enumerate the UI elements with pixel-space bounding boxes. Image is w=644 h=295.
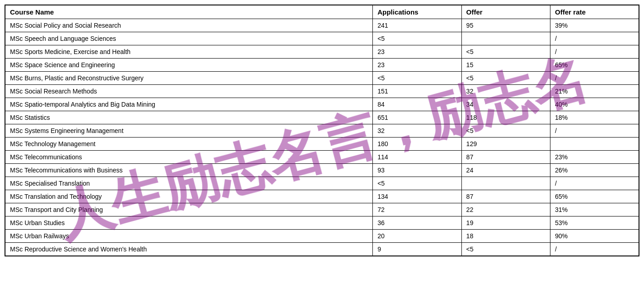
cell-applications: 32 [373, 124, 461, 138]
cell-applications: 114 [373, 151, 461, 164]
cell-course: MSc Speech and Language Sciences [5, 32, 373, 45]
cell-applications: 23 [373, 45, 461, 59]
cell-offer-rate: 23% [550, 151, 639, 164]
cell-offer: 129 [461, 138, 550, 151]
cell-offer: 15 [461, 59, 550, 72]
cell-offer-rate: 39% [550, 19, 639, 32]
cell-offer: 32 [461, 85, 550, 98]
table-row: MSc Statistics65111818% [5, 111, 639, 124]
table-body: MSc Social Policy and Social Research241… [5, 19, 639, 256]
header-course: Course Name [5, 5, 373, 19]
cell-offer-rate: 18% [550, 111, 639, 124]
cell-offer: 22 [461, 203, 550, 216]
cell-offer-rate: 90% [550, 230, 639, 243]
cell-offer: 18 [461, 230, 550, 243]
cell-course: MSc Spatio-temporal Analytics and Big Da… [5, 98, 373, 111]
cell-course: MSc Systems Engineering Management [5, 124, 373, 138]
cell-applications: 84 [373, 98, 461, 111]
cell-offer-rate: / [550, 124, 639, 138]
cell-offer [461, 32, 550, 45]
cell-offer: 95 [461, 19, 550, 32]
cell-offer-rate: / [550, 243, 639, 256]
cell-course: MSc Technology Management [5, 138, 373, 151]
cell-offer: 87 [461, 190, 550, 203]
cell-course: MSc Burns, Plastic and Reconstructive Su… [5, 72, 373, 85]
cell-applications: <5 [373, 177, 461, 190]
cell-applications: 93 [373, 164, 461, 177]
table-container: Course Name Applications Offer Offer rat… [0, 0, 644, 261]
cell-applications: 151 [373, 85, 461, 98]
cell-course: MSc Urban Railways [5, 230, 373, 243]
cell-course: MSc Sports Medicine, Exercise and Health [5, 45, 373, 59]
cell-offer-rate: / [550, 177, 639, 190]
cell-applications: 72 [373, 203, 461, 216]
cell-offer: <5 [461, 243, 550, 256]
cell-offer-rate: 26% [550, 164, 639, 177]
table-row: MSc Telecommunications1148723% [5, 151, 639, 164]
cell-course: MSc Space Science and Engineering [5, 59, 373, 72]
table-row: MSc Systems Engineering Management32<5/ [5, 124, 639, 138]
cell-course: MSc Statistics [5, 111, 373, 124]
cell-offer [461, 177, 550, 190]
cell-course: MSc Reproductive Science and Women's Hea… [5, 243, 373, 256]
table-row: MSc Transport and City Planning722231% [5, 203, 639, 216]
data-table: Course Name Applications Offer Offer rat… [5, 5, 639, 256]
cell-applications: 9 [373, 243, 461, 256]
table-row: MSc Spatio-temporal Analytics and Big Da… [5, 98, 639, 111]
cell-offer-rate: 65% [550, 59, 639, 72]
table-row: MSc Technology Management180129 [5, 138, 639, 151]
cell-offer-rate: / [550, 32, 639, 45]
cell-offer-rate: 21% [550, 85, 639, 98]
cell-offer: 87 [461, 151, 550, 164]
cell-course: MSc Urban Studies [5, 216, 373, 230]
cell-offer: 118 [461, 111, 550, 124]
cell-offer-rate: / [550, 72, 639, 85]
header-applications: Applications [373, 5, 461, 19]
table-row: MSc Urban Railways201890% [5, 230, 639, 243]
cell-applications: 20 [373, 230, 461, 243]
cell-offer: 24 [461, 164, 550, 177]
cell-course: MSc Telecommunications with Business [5, 164, 373, 177]
cell-offer-rate [550, 138, 639, 151]
table-row: MSc Social Policy and Social Research241… [5, 19, 639, 32]
cell-offer: <5 [461, 45, 550, 59]
cell-course: MSc Social Policy and Social Research [5, 19, 373, 32]
cell-offer-rate: 40% [550, 98, 639, 111]
cell-course: MSc Specialised Translation [5, 177, 373, 190]
table-header-row: Course Name Applications Offer Offer rat… [5, 5, 639, 19]
table-row: MSc Sports Medicine, Exercise and Health… [5, 45, 639, 59]
cell-applications: 180 [373, 138, 461, 151]
cell-applications: 36 [373, 216, 461, 230]
table-row: MSc Reproductive Science and Women's Hea… [5, 243, 639, 256]
cell-offer-rate: / [550, 45, 639, 59]
table-row: MSc Translation and Technology1348765% [5, 190, 639, 203]
cell-offer: <5 [461, 72, 550, 85]
cell-course: MSc Social Research Methods [5, 85, 373, 98]
table-row: MSc Specialised Translation<5/ [5, 177, 639, 190]
cell-offer: <5 [461, 124, 550, 138]
table-row: MSc Speech and Language Sciences<5/ [5, 32, 639, 45]
cell-applications: 23 [373, 59, 461, 72]
cell-applications: 134 [373, 190, 461, 203]
cell-offer-rate: 53% [550, 216, 639, 230]
header-offer: Offer [461, 5, 550, 19]
cell-offer: 34 [461, 98, 550, 111]
cell-applications: 241 [373, 19, 461, 32]
cell-offer: 19 [461, 216, 550, 230]
header-offer-rate: Offer rate [550, 5, 639, 19]
cell-course: MSc Translation and Technology [5, 190, 373, 203]
table-row: MSc Urban Studies361953% [5, 216, 639, 230]
cell-offer-rate: 31% [550, 203, 639, 216]
cell-offer-rate: 65% [550, 190, 639, 203]
cell-applications: <5 [373, 32, 461, 45]
cell-course: MSc Telecommunications [5, 151, 373, 164]
cell-applications: 651 [373, 111, 461, 124]
cell-applications: <5 [373, 72, 461, 85]
cell-course: MSc Transport and City Planning [5, 203, 373, 216]
table-row: MSc Social Research Methods1513221% [5, 85, 639, 98]
table-row: MSc Burns, Plastic and Reconstructive Su… [5, 72, 639, 85]
table-row: MSc Space Science and Engineering231565% [5, 59, 639, 72]
table-row: MSc Telecommunications with Business9324… [5, 164, 639, 177]
